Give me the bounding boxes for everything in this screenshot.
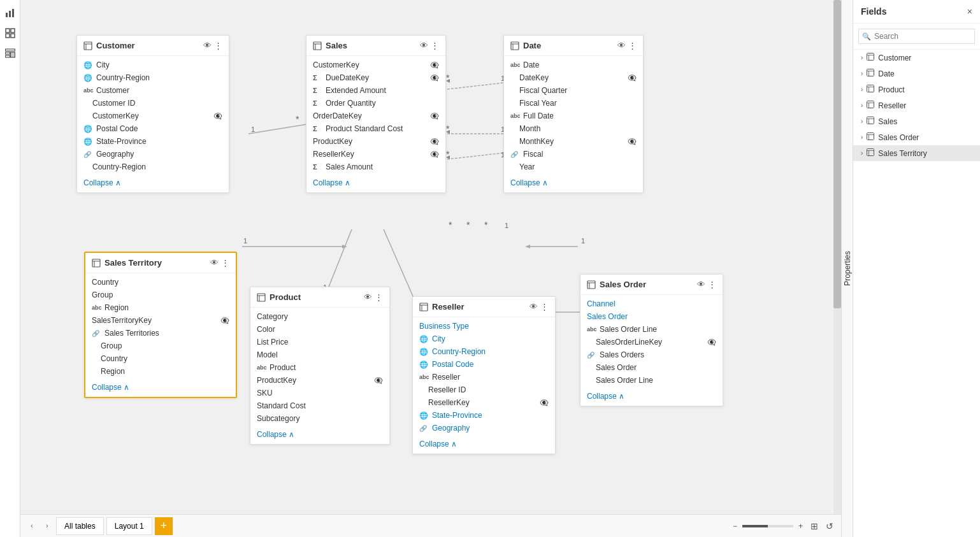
search-input[interactable] — [858, 29, 975, 44]
sales-territory-collapse[interactable]: Collapse ∧ — [85, 380, 236, 397]
zoom-plus-btn[interactable]: + — [796, 522, 805, 531]
sales-table-actions: 👁 ⋮ — [420, 41, 439, 50]
field-name: Business Type — [419, 322, 469, 331]
svg-text:1: 1 — [251, 125, 255, 133]
reseller-eye-icon[interactable]: 👁 — [530, 302, 538, 311]
svg-rect-52 — [92, 259, 100, 267]
svg-line-15 — [447, 83, 503, 89]
nav-prev-btn[interactable]: ‹ — [25, 520, 38, 533]
date-more-icon[interactable]: ⋮ — [628, 41, 637, 50]
field-row: 🌐 City — [77, 59, 229, 71]
product-more-icon[interactable]: ⋮ — [375, 292, 383, 302]
canvas-scrollbar-v[interactable] — [833, 0, 841, 514]
sales-order-more-icon[interactable]: ⋮ — [708, 280, 716, 289]
product-table-icon — [257, 293, 266, 302]
sales-order-table-body: Channel Sales Order abc Sales Order Line… — [580, 295, 723, 389]
field-row: 🌐 State-Province — [413, 409, 555, 422]
reseller-table: Reseller 👁 ⋮ Business Type 🌐 City 🌐 Coun… — [412, 296, 556, 454]
sales-table-header: Sales 👁 ⋮ — [306, 36, 445, 56]
refresh-icon[interactable]: ↺ — [823, 521, 836, 531]
field-name: Standard Cost — [257, 401, 306, 410]
svg-rect-82 — [867, 149, 874, 156]
reseller-collapse[interactable]: Collapse ∧ — [413, 437, 555, 454]
product-collapse[interactable]: Collapse ∧ — [250, 427, 389, 444]
date-eye-icon[interactable]: 👁 — [617, 41, 626, 50]
properties-tab-container[interactable]: Properties — [841, 0, 853, 537]
grid-icon[interactable] — [3, 25, 18, 41]
hierarchy-icon: 🔗 — [587, 352, 596, 359]
field-item-sales-order[interactable]: › Sales Order — [853, 129, 980, 145]
sales-order-eye-icon[interactable]: 👁 — [697, 280, 705, 289]
all-tables-tab[interactable]: All tables — [56, 517, 104, 535]
fit-icon[interactable]: ⊞ — [808, 521, 821, 531]
reseller-table-actions: 👁 ⋮ — [530, 302, 549, 311]
canvas-area[interactable]: 1 * * * * 1 1 1 1 1 — [20, 0, 841, 514]
product-table-title: Product — [270, 292, 360, 302]
sales-order-collapse[interactable]: Collapse ∧ — [580, 389, 723, 406]
svg-rect-55 — [257, 294, 265, 301]
customer-more-icon[interactable]: ⋮ — [214, 41, 222, 50]
date-collapse[interactable]: Collapse ∧ — [504, 176, 643, 192]
field-row: 🔗 Geography — [77, 148, 229, 161]
field-row: Country-Region — [77, 161, 229, 173]
properties-tab[interactable]: Properties — [843, 251, 852, 286]
abc-icon: abc — [510, 113, 519, 119]
field-item-sales[interactable]: › Sales — [853, 113, 980, 129]
sales-collapse[interactable]: Collapse ∧ — [306, 176, 445, 192]
hidden-icon: 👁‍🗨 — [220, 317, 229, 325]
sales-territory-more-icon[interactable]: ⋮ — [221, 258, 229, 268]
field-item-sales-territory[interactable]: › Sales Territory — [853, 145, 980, 161]
svg-rect-10 — [10, 52, 15, 57]
sales-eye-icon[interactable]: 👁 — [420, 41, 428, 50]
field-name: State-Province — [432, 411, 482, 420]
sales-order-table-title: Sales Order — [600, 280, 693, 289]
field-item-reseller[interactable]: › Reseller — [853, 97, 980, 113]
field-row: Σ Extended Amount — [306, 84, 445, 97]
hidden-icon: 👁‍🗨 — [430, 74, 439, 82]
zoom-minus-btn[interactable]: − — [730, 522, 740, 531]
field-row: OrderDateKey 👁‍🗨 — [306, 110, 445, 122]
field-name: Reseller ID — [428, 385, 466, 394]
add-tab-button[interactable]: + — [155, 517, 173, 535]
field-row: 🔗 Fiscal — [504, 148, 643, 161]
field-item-product[interactable]: › Product — [853, 82, 980, 97]
field-name: ProductKey — [313, 137, 352, 146]
close-panel-button[interactable]: × — [967, 6, 972, 17]
field-row: Year — [504, 161, 643, 173]
field-item-date[interactable]: › Date — [853, 66, 980, 82]
svg-rect-7 — [5, 49, 15, 51]
hierarchy-icon: 🔗 — [419, 425, 428, 432]
svg-rect-61 — [587, 281, 595, 289]
sales-territory-table-icon — [92, 259, 101, 268]
field-name: MonthKey — [519, 137, 554, 146]
field-row: ProductKey 👁‍🗨 — [306, 135, 445, 148]
right-panel-header: Fields × — [853, 0, 980, 24]
product-eye-icon[interactable]: 👁 — [364, 292, 372, 302]
svg-marker-41 — [446, 130, 450, 134]
left-sidebar — [0, 0, 20, 537]
hierarchy-icon: 🔗 — [92, 330, 101, 337]
customer-collapse[interactable]: Collapse ∧ — [77, 176, 229, 192]
zoom-slider[interactable] — [742, 525, 793, 527]
field-item-customer[interactable]: › Customer — [853, 50, 980, 66]
model-icon[interactable] — [3, 46, 18, 61]
layout1-tab[interactable]: Layout 1 — [106, 517, 152, 535]
field-name: Region — [104, 303, 129, 312]
field-row: Sales Order — [580, 310, 723, 323]
reseller-more-icon[interactable]: ⋮ — [540, 302, 549, 311]
field-row: abc Full Date — [504, 110, 643, 122]
bar-chart-icon[interactable] — [3, 5, 18, 20]
field-item-label: Customer — [878, 54, 911, 62]
nav-next-btn[interactable]: › — [41, 520, 54, 533]
canvas-scrollbar-thumb-v[interactable] — [833, 0, 841, 308]
field-row: Region — [85, 365, 236, 378]
svg-rect-46 — [313, 42, 321, 50]
field-name: Sales Orders — [600, 350, 644, 359]
sales-territory-table-actions: 👁 ⋮ — [210, 258, 229, 268]
hidden-icon: 👁‍🗨 — [540, 399, 549, 407]
customer-eye-icon[interactable]: 👁 — [203, 41, 212, 50]
sales-more-icon[interactable]: ⋮ — [431, 41, 439, 50]
field-row: DateKey 👁‍🗨 — [504, 71, 643, 84]
sales-territory-eye-icon[interactable]: 👁 — [210, 258, 219, 268]
hierarchy-icon: 🔗 — [510, 151, 519, 158]
